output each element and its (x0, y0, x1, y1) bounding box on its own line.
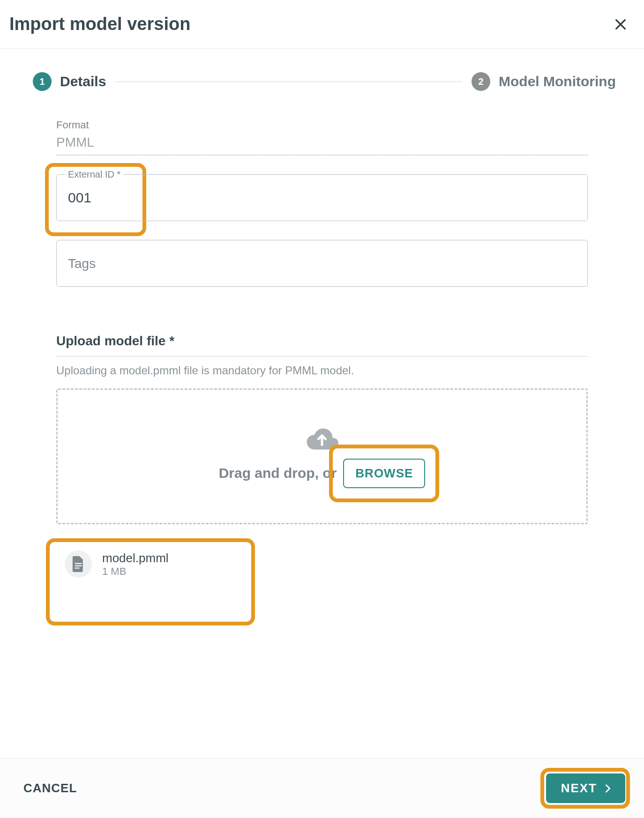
svg-rect-1 (75, 565, 82, 566)
stepper: 1 Details 2 Model Monitoring (0, 49, 644, 100)
external-id-field-wrapper: External ID * (56, 174, 588, 221)
step-number: 2 (472, 72, 490, 91)
dialog-header: Import model version (0, 0, 644, 49)
cloud-upload-icon (303, 425, 341, 455)
format-label: Format (56, 119, 588, 131)
upload-divider (56, 356, 588, 357)
uploaded-file[interactable]: model.pmml 1 MB (61, 547, 183, 581)
step-details[interactable]: 1 Details (33, 72, 106, 91)
step-number: 1 (33, 72, 52, 91)
external-id-input[interactable] (67, 189, 577, 206)
file-size: 1 MB (102, 565, 169, 578)
external-id-label: External ID * (65, 169, 123, 180)
drop-row: Drag and drop, or BROWSE (219, 459, 426, 488)
form-body: Format PMML External ID * Upload model f… (0, 100, 644, 581)
tags-input[interactable] (67, 255, 577, 272)
step-connector (115, 82, 462, 82)
upload-hint: Uploading a model.pmml file is mandatory… (56, 364, 588, 377)
upload-dropzone[interactable]: Drag and drop, or BROWSE (56, 388, 588, 524)
chevron-right-icon (603, 783, 613, 794)
close-button[interactable] (611, 15, 630, 34)
next-label: NEXT (561, 781, 597, 796)
upload-section-title: Upload model file * (56, 334, 588, 349)
format-field: Format PMML (56, 119, 588, 156)
drop-text: Drag and drop, or (219, 465, 337, 481)
file-icon (65, 550, 92, 578)
file-meta: model.pmml 1 MB (102, 551, 169, 578)
format-value: PMML (56, 135, 588, 156)
next-highlight: NEXT (546, 773, 625, 803)
dialog-footer: CANCEL NEXT (0, 758, 644, 818)
close-icon (613, 17, 628, 32)
svg-rect-0 (75, 563, 82, 564)
tags-field[interactable] (56, 240, 588, 287)
dialog-title: Import model version (9, 14, 190, 34)
external-id-field[interactable]: External ID * (56, 174, 588, 221)
next-button[interactable]: NEXT (546, 773, 625, 803)
browse-highlight: BROWSE (343, 459, 425, 488)
step-model-monitoring[interactable]: 2 Model Monitoring (472, 72, 616, 91)
browse-button[interactable]: BROWSE (343, 459, 425, 488)
cancel-button[interactable]: CANCEL (21, 781, 80, 796)
step-label: Details (60, 74, 106, 89)
file-name: model.pmml (102, 551, 169, 565)
svg-rect-2 (75, 567, 80, 568)
step-label: Model Monitoring (499, 74, 616, 89)
tags-field-wrapper (56, 240, 588, 287)
